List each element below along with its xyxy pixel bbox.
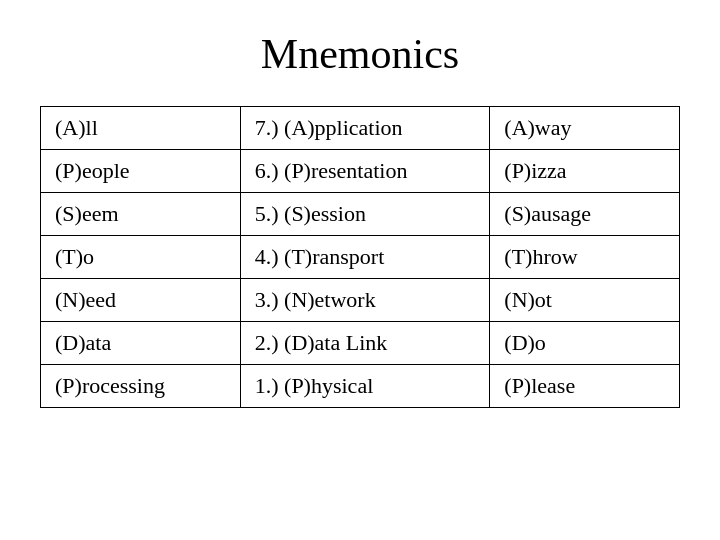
cell-2-1: 5.) (S)ession [240, 193, 490, 236]
cell-1-0: (P)eople [41, 150, 241, 193]
table-row: (N)eed3.) (N)etwork(N)ot [41, 279, 680, 322]
cell-5-0: (D)ata [41, 322, 241, 365]
cell-3-1: 4.) (T)ransport [240, 236, 490, 279]
cell-1-2: (P)izza [490, 150, 680, 193]
cell-3-0: (T)o [41, 236, 241, 279]
cell-0-0: (A)ll [41, 107, 241, 150]
cell-2-0: (S)eem [41, 193, 241, 236]
cell-6-2: (P)lease [490, 365, 680, 408]
table-row: (S)eem5.) (S)ession(S)ausage [41, 193, 680, 236]
mnemonics-table: (A)ll7.) (A)pplication(A)way(P)eople6.) … [40, 106, 680, 408]
table-row: (D)ata2.) (D)ata Link(D)o [41, 322, 680, 365]
cell-3-2: (T)hrow [490, 236, 680, 279]
cell-4-2: (N)ot [490, 279, 680, 322]
cell-0-2: (A)way [490, 107, 680, 150]
cell-0-1: 7.) (A)pplication [240, 107, 490, 150]
cell-5-1: 2.) (D)ata Link [240, 322, 490, 365]
cell-4-0: (N)eed [41, 279, 241, 322]
cell-6-0: (P)rocessing [41, 365, 241, 408]
cell-1-1: 6.) (P)resentation [240, 150, 490, 193]
cell-2-2: (S)ausage [490, 193, 680, 236]
cell-5-2: (D)o [490, 322, 680, 365]
table-row: (T)o4.) (T)ransport(T)hrow [41, 236, 680, 279]
cell-6-1: 1.) (P)hysical [240, 365, 490, 408]
page-title: Mnemonics [261, 30, 459, 78]
table-row: (P)eople6.) (P)resentation(P)izza [41, 150, 680, 193]
table-row: (P)rocessing1.) (P)hysical(P)lease [41, 365, 680, 408]
cell-4-1: 3.) (N)etwork [240, 279, 490, 322]
table-row: (A)ll7.) (A)pplication(A)way [41, 107, 680, 150]
